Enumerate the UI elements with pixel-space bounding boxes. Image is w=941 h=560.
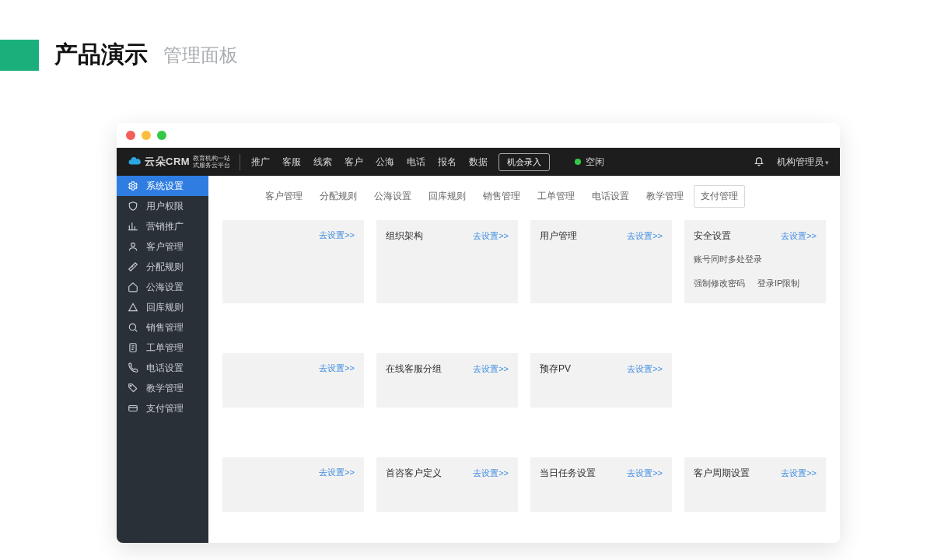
card-title: 预存PV <box>540 362 571 376</box>
card-go-link[interactable]: 去设置>> <box>473 230 509 242</box>
tab[interactable]: 公海设置 <box>367 185 418 208</box>
sidebar-item[interactable]: 工单管理 <box>117 338 208 358</box>
page-heading-marker <box>0 40 39 71</box>
triangle-icon <box>128 302 138 313</box>
window-chrome <box>117 123 840 148</box>
settings-card: 当日任务设置 去设置>> <box>530 457 672 512</box>
settings-icon <box>128 180 138 191</box>
card-body-item: 登录IP限制 <box>757 278 799 289</box>
card-go-link[interactable]: 去设置>> <box>781 230 817 242</box>
settings-card: 客户周期设置 去设置>> <box>684 457 826 512</box>
sidebar-item-label: 电话设置 <box>146 362 184 375</box>
card-go-link[interactable]: 去设置>> <box>319 467 355 478</box>
status-label: 空闲 <box>586 156 604 169</box>
card-title: 客户周期设置 <box>694 467 750 480</box>
sidebar-item[interactable]: 分配规则 <box>117 257 208 277</box>
sidebar-item[interactable]: 回库规则 <box>117 297 208 317</box>
card-body-item: 强制修改密码 <box>694 278 745 289</box>
app-window: 云朵CRM 教育机构一站 式服务云平台 推广 客服 线索 客户 公海 电话 报名… <box>117 123 840 543</box>
tab[interactable]: 分配规则 <box>313 185 364 208</box>
notifications-icon[interactable] <box>754 156 764 169</box>
app-logo[interactable]: 云朵CRM 教育机构一站 式服务云平台 <box>128 154 240 170</box>
topnav-item[interactable]: 线索 <box>313 156 332 169</box>
settings-card: 去设置>> <box>222 220 364 303</box>
sidebar-item-label: 分配规则 <box>146 261 184 274</box>
settings-card: 去设置>> <box>222 457 364 512</box>
page-heading-subtitle: 管理面板 <box>163 43 238 68</box>
settings-card: 用户管理 去设置>> <box>530 220 672 303</box>
window-close-icon[interactable] <box>126 131 135 140</box>
card-go-link[interactable]: 去设置>> <box>319 362 355 374</box>
note-icon <box>128 342 138 353</box>
card-go-link[interactable]: 去设置>> <box>627 363 663 375</box>
search-icon <box>128 322 138 333</box>
page-heading: 产品演示 管理面板 <box>0 39 238 71</box>
tab[interactable]: 电话设置 <box>585 185 636 208</box>
settings-row: 去设置>> 在线客服分组 去设置>> 预存PV 去设置>> <box>222 353 826 408</box>
status-indicator: 空闲 <box>575 156 604 169</box>
card-title: 当日任务设置 <box>540 467 596 480</box>
settings-card: 预存PV 去设置>> <box>530 353 672 408</box>
card-title: 首咨客户定义 <box>386 467 442 480</box>
logo-text: 云朵CRM <box>145 155 190 169</box>
topnav-item[interactable]: 公海 <box>376 156 394 169</box>
tab[interactable]: 销售管理 <box>476 185 527 208</box>
card-title: 组织架构 <box>386 229 423 243</box>
sidebar: 系统设置用户权限营销推广客户管理分配规则公海设置回库规则销售管理工单管理电话设置… <box>117 176 208 543</box>
tab[interactable]: 工单管理 <box>530 185 582 208</box>
house-icon <box>128 282 138 292</box>
sidebar-item[interactable]: 用户权限 <box>117 196 208 216</box>
settings-card-security: 安全设置 去设置>> 账号同时多处登录 强制修改密码 登录IP限制 <box>684 220 826 303</box>
topnav-item[interactable]: 电话 <box>407 156 425 169</box>
chevron-down-icon: ▾ <box>825 159 829 166</box>
card-go-link[interactable]: 去设置>> <box>473 363 509 375</box>
card-go-link[interactable]: 去设置>> <box>473 467 509 479</box>
sidebar-item[interactable]: 电话设置 <box>117 358 208 378</box>
topnav-item[interactable]: 报名 <box>438 156 457 169</box>
main-panel: 推广 客户管理 分配规则 公海设置 回库规则 销售管理 工单管理 电话设置 教学… <box>208 176 840 543</box>
sidebar-item-label: 用户权限 <box>146 200 184 213</box>
topnav-item[interactable]: 数据 <box>469 156 488 169</box>
logo-subtitle: 教育机构一站 式服务云平台 <box>193 155 230 169</box>
tab[interactable]: 客户管理 <box>258 185 310 208</box>
card-go-link[interactable]: 去设置>> <box>319 229 355 241</box>
card-go-link[interactable]: 去设置>> <box>627 230 663 242</box>
topnav-item[interactable]: 客户 <box>345 156 363 169</box>
topnav-item[interactable]: 推广 <box>251 156 270 169</box>
window-zoom-icon[interactable] <box>157 131 166 140</box>
card-title: 用户管理 <box>540 229 577 243</box>
svg-point-2 <box>129 324 135 330</box>
sidebar-item[interactable]: 客户管理 <box>117 236 208 257</box>
svg-point-1 <box>131 243 135 247</box>
tab[interactable]: 教学管理 <box>639 185 691 208</box>
status-dot-icon <box>575 159 581 165</box>
topnav-item[interactable]: 客服 <box>282 156 301 169</box>
tab[interactable]: 支付管理 <box>694 185 745 208</box>
sidebar-item-label: 工单管理 <box>146 341 184 355</box>
settings-card: 在线客服分组 去设置>> <box>376 353 518 408</box>
person-icon <box>128 241 138 252</box>
sidebar-item-label: 教学管理 <box>146 382 184 395</box>
tag-icon <box>128 383 138 394</box>
settings-card: 首咨客户定义 去设置>> <box>376 457 518 512</box>
sidebar-item[interactable]: 公海设置 <box>117 277 208 297</box>
card-go-link[interactable]: 去设置>> <box>781 467 817 479</box>
svg-point-4 <box>130 385 131 387</box>
sidebar-item[interactable]: 营销推广 <box>117 216 208 236</box>
sidebar-item[interactable]: 销售管理 <box>117 317 208 338</box>
page-heading-title: 产品演示 <box>54 39 148 71</box>
sidebar-item-label: 回库规则 <box>146 301 184 314</box>
card-body: 账号同时多处登录 强制修改密码 登录IP限制 <box>694 254 817 289</box>
tab[interactable]: 回库规则 <box>422 185 473 208</box>
card-go-link[interactable]: 去设置>> <box>627 467 663 479</box>
record-button[interactable]: 机会录入 <box>498 153 550 171</box>
user-menu[interactable]: 机构管理员▾ <box>777 156 829 169</box>
svg-point-0 <box>131 184 135 187</box>
sidebar-item[interactable]: 教学管理 <box>117 378 208 398</box>
phone-icon <box>128 362 138 373</box>
sidebar-item[interactable]: 支付管理 <box>117 398 208 418</box>
content-tabs: 推广 客户管理 分配规则 公海设置 回库规则 销售管理 工单管理 电话设置 教学… <box>222 185 826 208</box>
app-body: 推广 客户管理 分配规则 公海设置 回库规则 销售管理 工单管理 电话设置 教学… <box>117 176 840 543</box>
window-minimize-icon[interactable] <box>142 131 151 140</box>
sidebar-item[interactable]: 系统设置 <box>117 176 208 196</box>
